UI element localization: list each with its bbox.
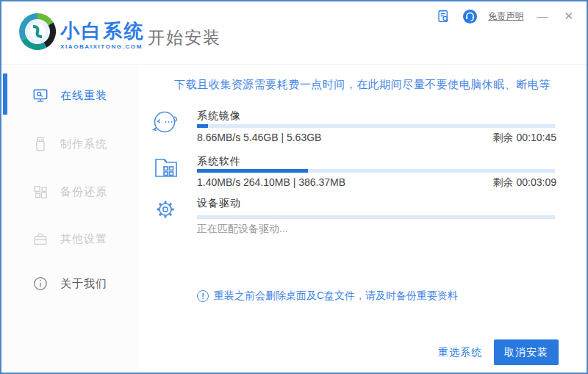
task-title-system-image: 系统镜像 — [197, 109, 241, 123]
disclaimer-link[interactable]: 免责声明 — [488, 10, 523, 23]
sidebar-item-label: 备份还原 — [60, 185, 107, 199]
header-actions: 免责声明 — ✕ — [435, 7, 576, 25]
gear-driver-icon — [151, 195, 179, 223]
backup-note: ! 重装之前会删除桌面及C盘文件，请及时备份重要资料 — [197, 290, 458, 303]
sidebar-item-label: 其他设置 — [60, 232, 107, 246]
download-warning-text: 下载且收集资源需要耗费一点时间，在此期间尽量不要使电脑休眠、断电等 — [138, 78, 587, 92]
sidebar-item-backup-restore[interactable]: 备份还原 — [1, 171, 138, 212]
header: 小白系统 XIAOBAIXITONG.COM 开始安装 — [1, 1, 587, 65]
task-stats-row: 8.66MB/s 5.46GB | 5.63GB 剩余 00:10:45 — [197, 132, 556, 145]
page-title: 开始安装 — [148, 26, 221, 49]
cancel-install-button[interactable]: 取消安装 — [494, 339, 559, 365]
folder-software-icon — [153, 154, 179, 180]
task-speed-stats: 8.66MB/s 5.46GB | 5.63GB — [197, 132, 321, 145]
minimize-button[interactable]: — — [534, 8, 551, 24]
driver-matching-status: 正在匹配设备驱动... — [197, 223, 288, 236]
sidebar-item-other-settings[interactable]: 其他设置 — [1, 218, 138, 259]
app-logo-text: 小白系统 XIAOBAIXITONG.COM — [60, 21, 146, 50]
sidebar-item-online-reinstall[interactable]: 在线重装 — [1, 75, 138, 116]
sidebar-item-label: 关于我们 — [60, 277, 107, 291]
sidebar-item-about-us[interactable]: 关于我们 — [1, 263, 138, 304]
sidebar-item-label: 在线重装 — [60, 89, 107, 103]
progress-fill — [197, 169, 308, 173]
sidebar-item-label: 制作系统 — [60, 137, 107, 151]
sidebar: 在线重装 制作系统 备份还原 — [1, 65, 138, 373]
usb-drive-icon — [32, 136, 49, 152]
progress-fill — [197, 124, 208, 128]
support-headset-icon[interactable] — [462, 8, 478, 24]
toolbox-icon — [32, 231, 49, 247]
monitor-reinstall-icon — [32, 87, 49, 104]
task-speed-stats: 1.40MB/s 264.10MB | 386.37MB — [197, 176, 345, 190]
task-time-remaining: 剩余 00:10:45 — [493, 132, 556, 145]
sidebar-item-make-system[interactable]: 制作系统 — [1, 123, 138, 165]
app-window: 小白系统 XIAOBAIXITONG.COM 开始安装 — [0, 0, 588, 374]
task-title-device-driver: 设备驱动 — [197, 197, 241, 210]
progress-bar-device-driver — [197, 215, 555, 219]
close-button[interactable]: ✕ — [561, 8, 576, 24]
backup-blocks-icon — [32, 184, 49, 200]
reselect-system-link[interactable]: 重选系统 — [438, 346, 482, 359]
disclaimer-doc-icon[interactable] — [435, 8, 451, 24]
info-circle-icon — [32, 276, 49, 292]
backup-note-text: 重装之前会删除桌面及C盘文件，请及时备份重要资料 — [214, 290, 458, 303]
exclamation-circle-icon: ! — [197, 290, 209, 302]
mascot-face-icon — [150, 108, 181, 134]
progress-bar-system-image — [197, 124, 555, 128]
task-time-remaining: 剩余 00:03:09 — [493, 176, 556, 190]
app-title: 小白系统 — [60, 21, 146, 40]
task-title-system-software: 系统软件 — [197, 155, 241, 168]
app-logo-icon — [19, 13, 56, 50]
app-subtitle: XIAOBAIXITONG.COM — [60, 43, 146, 50]
task-stats-row: 1.40MB/s 264.10MB | 386.37MB 剩余 00:03:09 — [197, 176, 556, 190]
progress-bar-system-software — [197, 169, 555, 173]
